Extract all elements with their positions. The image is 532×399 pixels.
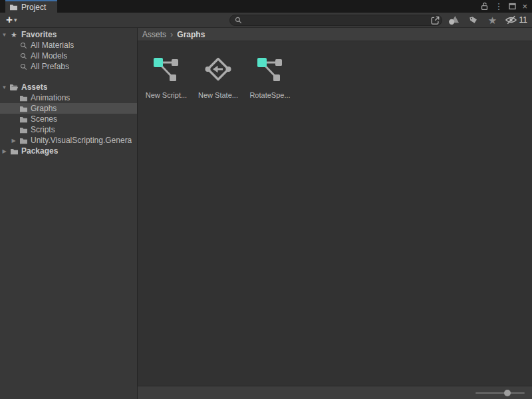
asset-item-new-state[interactable]: New State... — [195, 56, 241, 99]
breadcrumb-graphs[interactable]: Graphs — [177, 30, 205, 39]
window-controls: ⋮ × — [481, 0, 532, 13]
hidden-count: 11 — [519, 15, 527, 25]
sidebar-item-graphs[interactable]: Graphs — [0, 103, 137, 114]
folder-tree: ▼ ★ Favorites All Materials All Models — [0, 28, 138, 399]
foldout-open-icon[interactable]: ▼ — [0, 32, 9, 38]
search-icon — [18, 42, 29, 49]
script-graph-icon — [257, 56, 283, 82]
star-icon: ★ — [9, 31, 19, 39]
tree-spacer — [0, 72, 137, 82]
sidebar-item-animations[interactable]: Animations — [0, 92, 137, 103]
folder-icon — [18, 116, 29, 123]
toolbar-right-group: ★ 11 — [229, 14, 529, 27]
folder-icon — [9, 3, 18, 11]
folder-icon — [18, 137, 29, 144]
folder-icon — [9, 148, 19, 155]
asset-grid: New Script... New State... — [138, 41, 532, 386]
search-icon — [235, 17, 242, 24]
folder-icon — [18, 105, 29, 112]
sidebar-item-all-prefabs[interactable]: All Prefabs — [0, 61, 137, 72]
breadcrumb-assets[interactable]: Assets — [142, 30, 166, 39]
folder-open-icon — [9, 83, 19, 91]
zoom-slider[interactable] — [475, 390, 525, 396]
script-graph-icon — [153, 56, 180, 82]
tab-bar: Project ⋮ × — [0, 0, 532, 13]
toolbar: + ▾ — [0, 13, 532, 28]
lock-open-icon[interactable] — [481, 2, 488, 11]
state-graph-icon — [205, 56, 231, 82]
create-asset-button[interactable]: + ▾ — [4, 15, 19, 25]
foldout-closed-icon[interactable]: ▶ — [9, 138, 18, 144]
kebab-menu-icon[interactable]: ⋮ — [494, 2, 503, 11]
status-bar — [138, 386, 532, 399]
tab-project[interactable]: Project — [5, 0, 57, 13]
sidebar-item-all-models[interactable]: All Models — [0, 51, 137, 61]
sidebar-item-all-materials[interactable]: All Materials — [0, 40, 137, 51]
main-area: ▼ ★ Favorites All Materials All Models — [0, 28, 532, 399]
search-icon — [18, 53, 29, 60]
folder-icon — [18, 126, 29, 134]
search-input[interactable] — [242, 16, 430, 24]
search-by-label-icon[interactable] — [466, 14, 481, 27]
eye-slash-icon — [505, 15, 517, 25]
asset-item-rotatespe[interactable]: RotateSpe... — [247, 56, 293, 99]
chevron-right-icon: › — [170, 29, 173, 39]
search-box — [229, 15, 442, 26]
sidebar-item-unity-visualscripting[interactable]: ▶ Unity.VisualScripting.Genera — [0, 135, 137, 146]
asset-item-new-script[interactable]: New Script... — [143, 56, 190, 99]
asset-pane: Assets › Graphs New Script — [138, 28, 532, 399]
sidebar-item-scenes[interactable]: Scenes — [0, 114, 137, 124]
chevron-down-icon: ▾ — [14, 17, 17, 23]
sidebar-item-assets[interactable]: ▼ Assets — [0, 82, 137, 92]
zoom-slider-thumb[interactable] — [504, 390, 511, 396]
breadcrumb: Assets › Graphs — [138, 28, 532, 41]
zoom-slider-track[interactable] — [475, 392, 525, 394]
plus-icon: + — [6, 14, 13, 25]
maximize-icon[interactable] — [509, 3, 516, 10]
search-by-type-icon[interactable] — [447, 14, 462, 27]
foldout-closed-icon[interactable]: ▶ — [0, 148, 9, 154]
project-window: Project ⋮ × + ▾ — [0, 0, 532, 399]
search-icon — [18, 63, 29, 70]
sidebar-item-scripts[interactable]: Scripts — [0, 124, 137, 135]
close-icon[interactable]: × — [522, 2, 527, 11]
hidden-packages-toggle[interactable]: 11 — [505, 15, 529, 25]
foldout-open-icon[interactable]: ▼ — [0, 84, 9, 90]
folder-icon — [18, 94, 29, 102]
saved-search-star-icon[interactable]: ★ — [485, 14, 500, 27]
open-search-window-icon[interactable] — [430, 15, 440, 25]
sidebar-item-favorites[interactable]: ▼ ★ Favorites — [0, 29, 137, 40]
tab-label: Project — [21, 3, 46, 12]
sidebar-item-packages[interactable]: ▶ Packages — [0, 146, 137, 156]
